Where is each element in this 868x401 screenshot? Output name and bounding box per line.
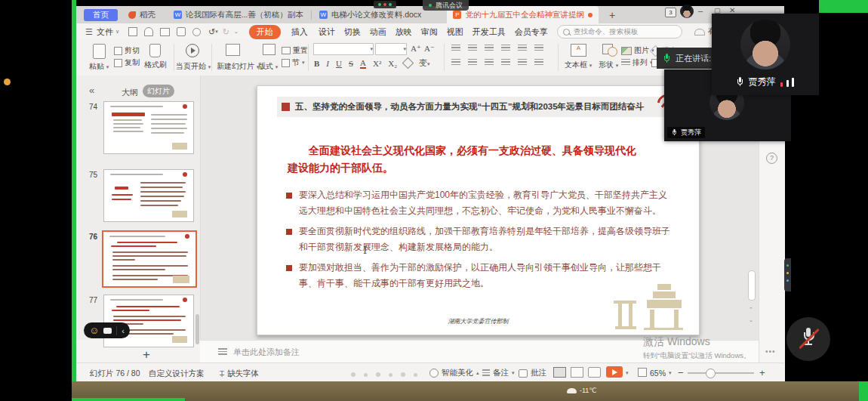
export-icon[interactable] — [144, 27, 153, 36]
tab-doc1[interactable]: W 论我国际有高层...善（初稿）副本 — [168, 6, 309, 23]
normal-view-button[interactable] — [553, 367, 566, 378]
bold-button[interactable]: B — [314, 59, 319, 68]
slide-thumbnail-77[interactable] — [103, 295, 194, 347]
justify-icon[interactable] — [501, 59, 510, 66]
zoom-level[interactable]: 65% — [650, 369, 666, 378]
design-scheme-button[interactable]: 自定义设计方案 — [149, 369, 205, 379]
add-slide-button[interactable]: + — [143, 347, 150, 362]
copy-button[interactable]: 复制 — [114, 57, 140, 68]
font-name-select[interactable]: ▾ — [313, 43, 374, 55]
find-icon[interactable] — [192, 28, 201, 36]
paste-button[interactable]: 粘贴 ▾ — [89, 61, 109, 72]
zoom-out-button[interactable]: − — [678, 367, 684, 378]
menu-tab-transition[interactable]: 切换 — [344, 26, 361, 38]
tab-docer[interactable]: 稻壳 — [122, 6, 162, 23]
bullet-list-icon[interactable] — [451, 45, 460, 52]
text-direction-icon[interactable] — [534, 45, 543, 52]
align-left-icon[interactable] — [451, 59, 460, 66]
slideshow-caret-icon[interactable]: ▾ — [626, 370, 629, 376]
weather-widget[interactable]: -11℃ — [567, 387, 596, 394]
menu-tab-home[interactable]: 开始 — [249, 25, 281, 39]
command-search-box[interactable]: 查找命令、搜索模板 — [557, 25, 682, 39]
meeting-reactions-pill[interactable]: ☺ ‹ — [84, 322, 130, 338]
more-commands-icon[interactable]: ⌄ — [234, 29, 239, 35]
tab-outline[interactable]: 大纲 — [122, 87, 138, 98]
menu-tab-member[interactable]: 会员专享 — [515, 26, 548, 38]
line-spacing-icon[interactable] — [518, 45, 527, 52]
panel-more-icon[interactable]: ••• — [765, 347, 776, 356]
new-slide-button[interactable]: 新建幻灯片 ▾ — [217, 61, 259, 72]
new-slide-icon[interactable] — [226, 44, 240, 56]
tab-slides[interactable]: 幻灯片 — [143, 85, 174, 97]
sidebar-scrollbar[interactable] — [195, 314, 199, 344]
menu-tab-animation[interactable]: 动画 — [370, 26, 386, 38]
muted-mic-button[interactable] — [786, 317, 830, 361]
window-count-badge[interactable]: 3 — [665, 8, 676, 17]
subscript-button[interactable]: X₂ — [388, 59, 397, 68]
emoji-reaction-icon[interactable]: ☺ — [89, 325, 99, 335]
slide-thumbnail-74[interactable] — [103, 101, 194, 154]
slide-thumbnail-76-selected[interactable] — [102, 230, 197, 288]
section-button[interactable]: 节 ▾ — [282, 57, 305, 68]
smart-beautify-button[interactable]: 智能美化▴ — [429, 368, 479, 378]
menu-tab-insert[interactable]: 插入 — [291, 26, 308, 38]
strikethrough-button[interactable]: S — [349, 59, 353, 68]
menu-tab-slideshow[interactable]: 放映 — [396, 26, 412, 38]
undo-caret-icon[interactable]: ▾ — [215, 29, 218, 35]
help-icon[interactable]: ? — [766, 153, 777, 164]
menu-tab-view[interactable]: 视图 — [447, 26, 463, 38]
sidebar-collapse-button[interactable]: « — [89, 85, 94, 96]
paste-icon[interactable] — [93, 44, 106, 59]
slide-title[interactable]: 五、坚持党的全面领导，动员各方面力量为实现“十四五”规划和2035年远景目标而团… — [295, 101, 645, 113]
fit-slide-icon[interactable] — [638, 368, 647, 377]
textbox-icon[interactable]: A — [571, 44, 586, 57]
file-caret-icon[interactable]: ∨ — [115, 29, 119, 35]
menu-tab-devtools[interactable]: 开发工具 — [472, 26, 506, 38]
tab-home[interactable]: 首页 — [84, 9, 118, 21]
account-avatar[interactable] — [680, 5, 694, 18]
zoom-slider-knob[interactable] — [706, 369, 716, 378]
numbered-list-icon[interactable] — [468, 45, 477, 52]
reading-view-button[interactable] — [588, 367, 601, 378]
save-icon[interactable] — [128, 27, 137, 36]
print-icon[interactable] — [160, 28, 170, 36]
document-scrollbar-thumb[interactable] — [748, 270, 756, 301]
zoom-slider-track[interactable] — [688, 372, 754, 374]
play-from-page-button[interactable]: 当页开始 ▾ — [176, 61, 211, 72]
notes-toggle-button[interactable]: 备注▾ — [482, 368, 515, 378]
font-color-button[interactable]: A — [360, 58, 366, 69]
format-painter-button[interactable]: 格式刷 — [144, 60, 167, 70]
slide-bullet-list[interactable]: 要深入总结和学习运用中国共产党100年的宝贵经验，教育引导广大党员、干部坚持共产… — [286, 187, 673, 296]
zoom-caret-icon[interactable]: ▾ — [669, 370, 672, 376]
reset-button[interactable]: 重置 — [282, 45, 308, 56]
print-preview-icon[interactable] — [177, 27, 186, 36]
clear-format-icon[interactable] — [402, 57, 414, 69]
slide-sorter-button[interactable] — [571, 367, 583, 378]
play-from-page-icon[interactable] — [186, 44, 199, 57]
comments-button[interactable]: 批注 — [519, 368, 546, 378]
format-painter-icon[interactable] — [149, 44, 161, 57]
menu-tab-design[interactable]: 设计 — [319, 26, 335, 38]
meeting-panel-handle[interactable] — [784, 258, 791, 291]
annotation-dot[interactable] — [4, 79, 11, 85]
columns-icon[interactable] — [534, 59, 543, 66]
slide-lead-paragraph[interactable]: 全面建设社会主义现代化国家，必须有一支政治过硬、具备领导现代化建设能力的干部队伍… — [288, 142, 641, 177]
arrange-button[interactable]: 排列 ▾ — [621, 57, 653, 68]
menu-tab-review[interactable]: 审阅 — [421, 26, 438, 38]
menu-file[interactable]: 文件 — [97, 26, 113, 38]
textbox-button[interactable]: 文本框 ▾ — [565, 60, 592, 70]
layout-button[interactable]: 版式 ▾ — [258, 61, 278, 72]
font-decrease-button[interactable]: A⁻ — [424, 44, 435, 54]
underline-button[interactable]: U — [336, 59, 342, 68]
slide-thumbnail-75[interactable] — [103, 169, 194, 222]
hamburger-icon[interactable]: ☰ — [85, 27, 93, 37]
superscript-button[interactable]: X² — [373, 59, 381, 68]
self-video-tile[interactable]: 贾秀萍 — [712, 14, 819, 95]
align-center-icon[interactable] — [468, 59, 477, 66]
shapes-button[interactable]: 形状 ▾ — [599, 60, 618, 70]
phonetic-button[interactable]: 变▾ — [419, 57, 430, 69]
new-tab-button[interactable]: + — [609, 9, 615, 21]
slide-editor[interactable]: 五、坚持党的全面领导，动员各方面力量为实现“十四五”规划和2035年远景目标而团… — [257, 85, 700, 335]
collapse-chevron-icon[interactable]: ‹ — [122, 326, 125, 335]
meeting-floating-bar[interactable]: 腾讯会议 — [423, 0, 469, 11]
